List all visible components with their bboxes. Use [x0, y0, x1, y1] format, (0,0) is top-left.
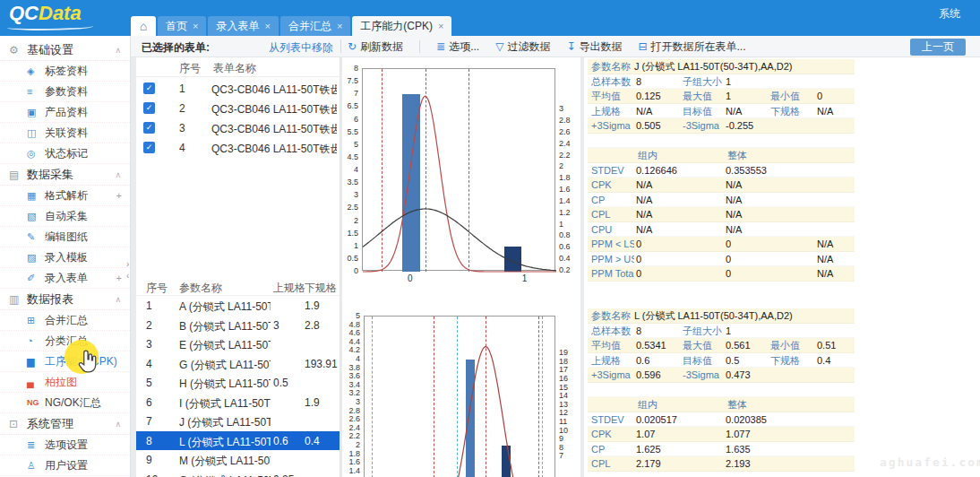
sidebar-item-format-parse[interactable]: ▦格式解析+	[0, 186, 130, 206]
sidebar-item-entry-template[interactable]: ▨录入模板	[0, 247, 130, 268]
logo-qc-text: QC	[9, 2, 39, 24]
param-row-1[interactable]: 1A (分锁式 LA11-50T(50-3...1.9	[136, 296, 340, 316]
stats-label: STDEV	[588, 412, 634, 428]
chevron-up-icon[interactable]: ∧	[115, 170, 121, 179]
charts-panel: 87.576.565.554.543.532.521.510.5032.82.6…	[342, 57, 580, 477]
stats-row: CPK1.071.077	[588, 427, 855, 442]
sidebar-section-data-collection[interactable]: ▤数据采集∧	[0, 164, 130, 186]
stats-value: 0.473	[724, 368, 767, 383]
tab-close-icon[interactable]: ×	[193, 21, 198, 31]
sidebar-item-category-summary[interactable]: ◔分类汇总	[0, 331, 130, 351]
param-row-4[interactable]: 4G (分锁式 LA11-50T(50-3...193.91	[136, 354, 340, 374]
tab-首页[interactable]: 首页×	[158, 16, 206, 36]
stats-value: 0.596	[634, 368, 679, 383]
param-row-3[interactable]: 3E (分锁式 LA11-50T(50-3...	[136, 334, 340, 354]
param-usl: 0.25	[273, 473, 294, 477]
sidebar-item-label: 用户设置	[45, 458, 88, 473]
stats-label	[588, 148, 634, 162]
tab-label: 首页	[166, 19, 187, 34]
toolbar-button-2[interactable]: ≣选项...	[436, 39, 479, 55]
sidebar-item-edit-drawing[interactable]: ✎编辑图纸	[0, 227, 130, 247]
toolbar-button-1[interactable]: ↻刷新数据	[348, 39, 403, 55]
basic-settings-icon: ⚙	[9, 44, 23, 56]
tab-close-icon[interactable]: ×	[264, 21, 270, 31]
tab-合并汇总[interactable]: 合并汇总×	[280, 16, 350, 36]
param-row-8[interactable]: 8L (分锁式 LA11-50T(50-34...0.60.4	[136, 431, 340, 451]
form-row-3[interactable]: ✓3QC3-CB046 LA11-50T铁齿片冲压加工-巡检2...	[136, 118, 340, 138]
home-tab[interactable]: ⌂	[131, 16, 156, 36]
tab-工序能力(CPK)[interactable]: 工序能力(CPK)×	[352, 16, 451, 36]
sidebar-item-user-settings[interactable]: ♙用户设置	[0, 455, 130, 476]
param-row-7[interactable]: 7J (分锁式 LA11-50T(50-34...	[136, 412, 340, 431]
param-seq: 10	[146, 473, 158, 477]
y-axis-tick: 3.8	[344, 363, 360, 372]
sidebar-item-merge-summary[interactable]: ⊞合并汇总	[0, 310, 130, 331]
histogram-chart-j: 87.576.565.554.543.532.521.510.5032.82.6…	[344, 59, 579, 287]
y-axis-tick: 5	[344, 311, 360, 320]
section-label: 数据报表	[27, 291, 73, 308]
form-row-4[interactable]: ✓4QC3-CB046 LA11-50T铁齿片冲压加工-巡检2...	[136, 138, 340, 158]
stats-value: 8	[634, 324, 679, 339]
tab-close-icon[interactable]: ×	[438, 21, 443, 31]
export-icon: ↧	[566, 40, 575, 53]
sidebar-item-auto-collect[interactable]: ▧自动采集	[0, 206, 130, 227]
stats-label: 子组大小	[679, 324, 724, 339]
stats-param-name: L (分锁式 LA11-50T(50-34T),AA,D2)	[634, 308, 855, 324]
sidebar-item-tag-data[interactable]: ◈标签资料	[0, 61, 130, 82]
stats-label: CPL	[588, 456, 634, 472]
checkbox-checked[interactable]: ✓	[143, 122, 155, 134]
entry-template-icon: ▨	[27, 252, 42, 264]
sidebar-section-data-report[interactable]: ▥数据报表∧	[0, 289, 130, 310]
chevron-up-icon[interactable]: ∧	[115, 46, 121, 55]
expand-plus-icon[interactable]: +	[116, 190, 122, 201]
relation-data-icon: ◫	[27, 127, 42, 139]
form-row-2[interactable]: ✓2QC3-CB046 LA11-50T铁齿片冲压加工-巡检2...	[136, 99, 340, 118]
previous-page-button[interactable]: 上一页	[910, 39, 966, 56]
tab-录入表单[interactable]: 录入表单×	[208, 16, 278, 36]
tab-close-icon[interactable]: ×	[337, 21, 342, 31]
param-row-9[interactable]: 9M (分锁式 LA11-50T(50-3...	[136, 450, 340, 470]
toolbar-button-4[interactable]: ↧导出数据	[566, 39, 622, 55]
sidebar-item-pareto-chart[interactable]: ▄柏拉图	[0, 372, 130, 393]
sidebar-item-relation-data[interactable]: ◫关联资料	[0, 123, 130, 143]
category-summary-icon: ◔	[27, 335, 42, 346]
sidebar-item-parameter-data[interactable]: ≡参数资料	[0, 82, 130, 102]
status-mark-icon: ◎	[27, 148, 42, 160]
stats-label: 目标值	[679, 353, 724, 369]
toolbar-button-3[interactable]: ▽过滤数据	[495, 39, 550, 55]
param-row-2[interactable]: 2B (分锁式 LA11-50T(50-3...32.8	[136, 316, 340, 335]
form-row-1[interactable]: ✓1QC3-CB046 LA11-50T铁齿片冲压加工-巡检2...	[136, 79, 340, 99]
sidebar-item-option-settings[interactable]: ≣选项设置	[0, 435, 130, 455]
checkbox-checked[interactable]: ✓	[143, 82, 155, 94]
stats-label: CPK	[588, 427, 634, 442]
toolbar-button-5[interactable]: ⊟打开数据所在表单...	[638, 39, 745, 55]
system-menu[interactable]: 系统	[939, 6, 960, 22]
plot-area	[364, 316, 555, 477]
sidebar-item-product-data[interactable]: ▣产品资料	[0, 102, 130, 123]
stats-value: 0.020517	[634, 412, 679, 428]
sidebar-item-status-mark[interactable]: ◎状态标记	[0, 143, 130, 164]
remove-from-list-link[interactable]: 从列表中移除	[269, 40, 333, 56]
chevron-up-icon[interactable]: ∧	[115, 420, 121, 429]
stats-label	[679, 397, 724, 412]
param-row-5[interactable]: 5H (分锁式 LA11-50T(50-3...0.5	[136, 373, 340, 393]
form-seq: 4	[179, 142, 185, 154]
stats-label	[767, 74, 815, 90]
expand-plus-icon[interactable]: +	[116, 273, 122, 283]
checkbox-checked[interactable]: ✓	[143, 142, 155, 153]
sidebar-section-system-management[interactable]: ⊡系统管理∧	[0, 413, 130, 435]
stats-value: N/A	[724, 193, 767, 208]
param-row-10[interactable]: 10O (分锁式 LA11-50T(50-3...0.25	[136, 470, 340, 477]
params-rows: 1A (分锁式 LA11-50T(50-3...1.92B (分锁式 LA11-…	[136, 296, 340, 477]
sidebar-section-basic-settings[interactable]: ⚙基础设置∧	[0, 39, 130, 61]
sidebar-item-entry-form[interactable]: ✐录入表单+	[0, 268, 130, 289]
sidebar-item-ng-ok-summary[interactable]: NGNG/OK汇总	[0, 393, 130, 413]
checkbox-checked[interactable]: ✓	[143, 102, 155, 114]
stats-label: STDEV	[588, 163, 634, 178]
stats-label: 最小值	[767, 89, 815, 104]
chevron-up-icon[interactable]: ∧	[115, 295, 121, 304]
selected-forms-label: 已选择的表单:	[142, 40, 210, 56]
param-lsl: 0.4	[305, 435, 320, 447]
param-row-6[interactable]: 6I (分锁式 LA11-50T(50-34...1.9	[136, 393, 340, 412]
stats-table-j: 参数名称J (分锁式 LA11-50T(50-34T),AA,D2)总样本数8子…	[588, 59, 855, 282]
